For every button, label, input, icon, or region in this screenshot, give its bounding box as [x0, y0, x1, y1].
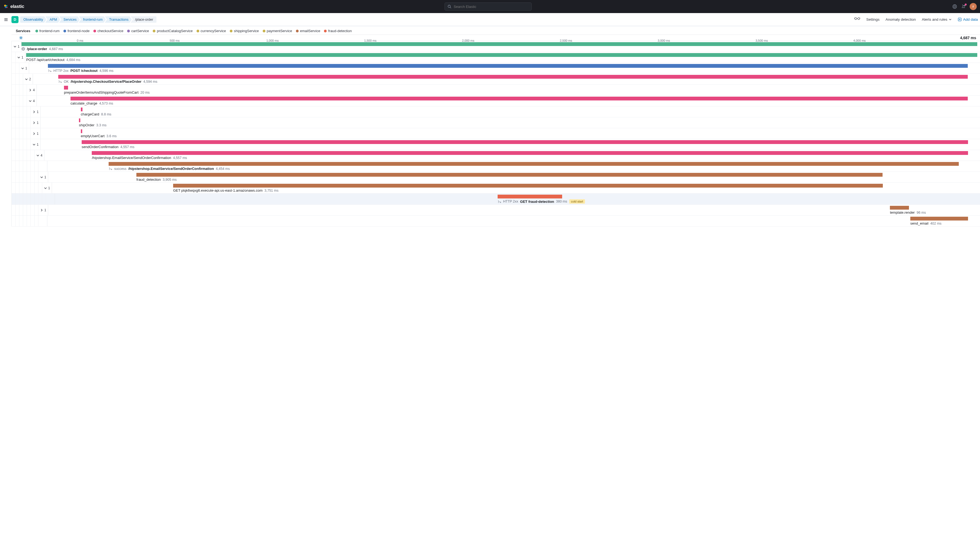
row-track: chargeCard8.8 ms: [41, 107, 980, 117]
legend-item[interactable]: productCatalogService: [153, 29, 193, 33]
row-gutter: 4: [12, 96, 37, 106]
news-icon[interactable]: [961, 4, 966, 9]
waterfall-row[interactable]: success/hipstershop.EmailService/SendOrd…: [12, 161, 980, 172]
legend-item[interactable]: paymentService: [263, 29, 292, 33]
total-duration: 4,687 ms: [958, 36, 980, 40]
legend-item[interactable]: frontend-node: [64, 29, 89, 33]
row-toggle[interactable]: 4: [27, 99, 37, 103]
waterfall-row[interactable]: 1GET plqk6wqxg6.execute-api.us-east-1.am…: [12, 183, 980, 194]
waterfall-row[interactable]: HTTP 2xxGET fraud-detection380 mscold st…: [12, 194, 980, 205]
waterfall-table: 1/place-order4,687 ms1POST /api/cart/che…: [11, 41, 980, 226]
waterfall-row[interactable]: 1HTTP 2xxPOST /checkout4,596 ms: [12, 63, 980, 74]
row-toggle[interactable]: 1: [38, 208, 48, 212]
span-bar[interactable]: [109, 162, 958, 166]
waterfall-row[interactable]: 1sendOrderConfirmation4,557 ms: [12, 139, 980, 150]
legend-item[interactable]: emailService: [296, 29, 320, 33]
globe-icon: [22, 47, 25, 51]
nav-toggle-icon[interactable]: [2, 16, 10, 24]
row-toggle[interactable]: 1: [31, 143, 40, 147]
row-toggle[interactable]: 4: [35, 153, 44, 158]
waterfall-row[interactable]: 4prepareOrderItemsAndShippingQuoteFromCa…: [12, 84, 980, 96]
span-bar[interactable]: [136, 173, 883, 177]
nav-anomaly-detection[interactable]: Anomaly detection: [886, 18, 916, 22]
row-gutter: 1: [12, 128, 41, 139]
span-label: OK/hipstershop.CheckoutService/PlaceOrde…: [58, 80, 977, 84]
legend-item[interactable]: cartService: [127, 29, 149, 33]
span-bar[interactable]: [498, 195, 562, 199]
span-bar[interactable]: [26, 53, 977, 57]
row-gutter: 1: [12, 107, 41, 117]
breadcrumb-item[interactable]: Observability: [20, 16, 46, 23]
row-toggle[interactable]: 1: [19, 67, 29, 70]
span-bar[interactable]: [70, 97, 968, 100]
waterfall-row[interactable]: 4calculate_charge4,573 ms: [12, 96, 980, 107]
span-bar[interactable]: [910, 217, 968, 220]
span-bar[interactable]: [81, 129, 82, 133]
waterfall-row[interactable]: 1/place-order4,687 ms: [12, 41, 980, 52]
row-toggle[interactable]: 1: [31, 132, 40, 135]
breadcrumb-item[interactable]: Services: [59, 16, 80, 23]
row-toggle[interactable]: 1: [31, 121, 40, 125]
nav-add-data[interactable]: Add data: [958, 18, 978, 22]
span-label: emptyUserCart3.6 ms: [81, 134, 977, 138]
child-count: 4: [41, 153, 43, 158]
help-icon[interactable]: [952, 4, 957, 9]
span-bar[interactable]: [92, 151, 968, 155]
legend-dot-icon: [127, 30, 130, 32]
child-count: 1: [37, 110, 39, 114]
legend-item[interactable]: currencyService: [197, 29, 226, 33]
waterfall-row[interactable]: 1template.render96 ms: [12, 205, 980, 216]
row-toggle[interactable]: 1: [31, 110, 40, 114]
space-selector[interactable]: D: [11, 16, 19, 23]
legend-item-label: frontend-rum: [40, 29, 60, 33]
user-avatar[interactable]: r: [970, 3, 977, 10]
waterfall-row[interactable]: 1POST /api/cart/checkout4,684 ms: [12, 52, 980, 63]
legend-item[interactable]: fraud-detection: [324, 29, 352, 33]
row-toggle[interactable]: 1: [16, 56, 25, 59]
row-toggle[interactable]: 4: [27, 88, 37, 92]
span-bar[interactable]: [48, 64, 968, 68]
child-count: 1: [22, 56, 24, 59]
row-toggle[interactable]: 2: [23, 77, 33, 81]
breadcrumb: ObservabilityAPMServicesfrontend-rumTran…: [20, 16, 156, 23]
waterfall-row[interactable]: 1fraud_detection3,905 ms: [12, 172, 980, 183]
nav-settings[interactable]: Settings: [866, 18, 880, 22]
span-label: /place-order4,687 ms: [22, 47, 977, 51]
row-gutter: 2: [12, 74, 33, 84]
span-bar[interactable]: [82, 140, 968, 144]
legend-item[interactable]: checkoutService: [93, 29, 123, 33]
span-duration: 3,751 ms: [265, 189, 278, 193]
search-input[interactable]: [453, 5, 529, 9]
row-toggle[interactable]: 1: [12, 45, 21, 48]
breadcrumb-item[interactable]: Transactions: [105, 16, 132, 23]
legend-item[interactable]: frontend-rum: [35, 29, 60, 33]
span-bar[interactable]: [58, 75, 968, 79]
row-toggle[interactable]: 1: [42, 186, 52, 190]
nav-alerts-rules[interactable]: Alerts and rules: [922, 18, 952, 22]
waterfall-row[interactable]: 1shipOrder3.3 ms: [12, 117, 980, 128]
breadcrumb-item[interactable]: frontend-rum: [79, 16, 106, 23]
waterfall-row[interactable]: send_email402 ms: [12, 216, 980, 226]
waterfall-row[interactable]: 4/hipstershop.EmailService/SendOrderConf…: [12, 150, 980, 161]
global-search[interactable]: [445, 2, 531, 11]
span-duration: 20 ms: [140, 91, 150, 94]
span-duration: 4,687 ms: [49, 47, 63, 51]
legend-item[interactable]: shippingService: [230, 29, 259, 33]
inspect-icon[interactable]: [854, 17, 860, 22]
row-track: HTTP 2xxGET fraud-detection380 mscold st…: [55, 194, 980, 204]
span-name: GET fraud-detection: [520, 199, 554, 204]
legend-dot-icon: [324, 30, 327, 32]
span-bar[interactable]: [22, 42, 977, 46]
span-bar[interactable]: [173, 184, 883, 188]
waterfall-row[interactable]: 1emptyUserCart3.6 ms: [12, 128, 980, 139]
waterfall-row[interactable]: 2OK/hipstershop.CheckoutService/PlaceOrd…: [12, 74, 980, 84]
span-bar[interactable]: [81, 108, 83, 111]
brand-logo[interactable]: elastic: [3, 4, 24, 9]
span-bar[interactable]: [64, 86, 68, 89]
waterfall-row[interactable]: 1chargeCard8.8 ms: [12, 107, 980, 117]
collapse-all-icon[interactable]: [19, 36, 23, 40]
breadcrumb-item[interactable]: APM: [45, 16, 60, 23]
row-toggle[interactable]: 1: [38, 175, 48, 179]
span-bar[interactable]: [890, 206, 909, 210]
span-bar[interactable]: [79, 118, 80, 122]
